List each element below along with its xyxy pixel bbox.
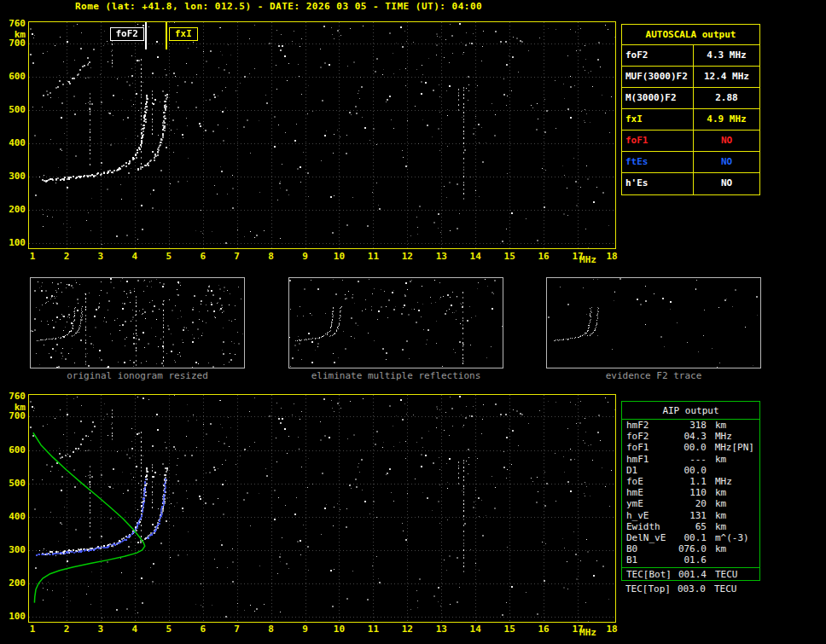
aip-parameter-value: 65 xyxy=(676,521,707,532)
thumbnail-f2-trace-canvas xyxy=(547,278,760,368)
aip-parameter-unit: km xyxy=(707,521,726,532)
aip-table-row: B101.6 xyxy=(622,554,759,566)
aip-parameter-unit: m^(-3) xyxy=(707,532,749,543)
y-tick-label: 500 xyxy=(2,105,26,115)
x-tick-label: 3 xyxy=(90,624,111,635)
aip-table-row: B0076.0km xyxy=(622,543,759,554)
aip-parameter-label: Ewidth xyxy=(626,521,676,532)
aip-parameter-value: 01.6 xyxy=(676,554,707,566)
aip-parameter-unit: MHz xyxy=(707,442,732,453)
y-tick-label: 100 xyxy=(2,612,26,622)
aip-parameter-unit: TECU xyxy=(706,583,737,595)
aip-table-row: TEC[Top]003.0TECU xyxy=(621,583,760,595)
x-tick-label: 2 xyxy=(56,252,77,262)
aip-parameter-unit: TECU xyxy=(707,569,738,578)
y-tick-label: 760 xyxy=(2,392,26,402)
aip-parameter-label: B0 xyxy=(626,543,676,554)
thumbnail-evidence-f2-trace xyxy=(546,277,761,368)
aip-table-row: h_vE131km xyxy=(622,510,759,521)
x-tick-label: 7 xyxy=(227,624,247,635)
thumbnail-caption-f2-trace: evidence F2 trace xyxy=(546,370,761,381)
autoscala-table-row: ftEsNO xyxy=(622,152,759,173)
aip-parameter-label: hmF1 xyxy=(626,454,676,465)
autoscala-parameter-label: foF1 xyxy=(622,131,694,151)
aip-parameter-value: 04.3 xyxy=(676,431,707,442)
x-tick-label: 10 xyxy=(329,624,349,635)
aip-parameter-label: hmF2 xyxy=(626,420,676,431)
aip-parameter-unit: MHz xyxy=(707,431,732,442)
aip-output-table: AIP output hmF2318kmfoF204.3MHzfoF100.0M… xyxy=(621,401,760,581)
aip-table-title: AIP output xyxy=(622,402,759,420)
aip-table-row: DelN_vE00.1m^(-3) xyxy=(622,532,759,543)
x-tick-label: 6 xyxy=(193,624,213,635)
autoscala-parameter-value: NO xyxy=(694,173,759,194)
reconstructed-ionogram-yaxis: 760700600500400300200100km xyxy=(2,394,26,626)
autoscala-table-row: MUF(3000)F212.4 MHz xyxy=(622,67,759,88)
x-tick-label: 18 xyxy=(602,252,622,262)
aip-table-row: foE1.1MHz xyxy=(622,476,759,487)
thumbnail-eliminate-canvas xyxy=(289,278,503,368)
aip-parameter-unit: MHz xyxy=(707,476,732,487)
x-tick-label: 13 xyxy=(431,252,451,262)
autoscala-table-row: h'EsNO xyxy=(622,173,759,194)
aip-parameter-value: 318 xyxy=(676,420,707,431)
aip-parameter-label: h_vE xyxy=(626,510,676,521)
autoscala-parameter-value: NO xyxy=(694,131,759,151)
fxi-marker-line xyxy=(166,22,167,49)
y-tick-label: 600 xyxy=(2,72,26,82)
aip-parameter-label: ymE xyxy=(626,498,676,509)
y-axis-unit-label: km xyxy=(2,403,26,413)
aip-parameter-value: 00.0 xyxy=(676,465,707,476)
autoscala-parameter-label: h'Es xyxy=(622,173,694,194)
autoscala-parameter-label: ftEs xyxy=(622,152,694,172)
reconstructed-ionogram-xaxis: 123456789101112131415161718MHz xyxy=(28,624,634,639)
x-tick-label: 11 xyxy=(363,252,383,262)
aip-parameter-label: DelN_vE xyxy=(626,532,676,543)
y-tick-label: 500 xyxy=(2,479,26,489)
aip-parameter-label: B1 xyxy=(626,554,676,566)
x-tick-label: 11 xyxy=(363,624,383,635)
autoscala-parameter-label: foF2 xyxy=(622,45,694,66)
autoscala-window: Rome (lat: +41.8, lon: 012.5) - DATE: 20… xyxy=(0,0,826,644)
thumbnail-caption-original: original ionogram resized xyxy=(30,370,245,381)
aip-tec-top-row-container: TEC[Top]003.0TECU xyxy=(621,583,760,595)
fof2-marker-line xyxy=(145,22,147,49)
aip-parameter-unit xyxy=(707,465,715,476)
x-tick-label: 4 xyxy=(125,252,145,262)
x-tick-label: 5 xyxy=(159,624,179,635)
x-tick-label: 8 xyxy=(261,624,282,635)
x-tick-label: 1 xyxy=(22,252,43,262)
aip-table-row: Ewidth65km xyxy=(622,521,759,532)
x-tick-label: 13 xyxy=(431,624,451,635)
x-axis-unit-label: MHz xyxy=(579,255,596,265)
x-tick-label: 16 xyxy=(533,252,554,262)
reconstructed-ionogram-plot xyxy=(28,394,616,623)
aip-parameter-value: 001.4 xyxy=(676,569,707,578)
y-tick-label: 200 xyxy=(2,578,26,589)
aip-parameter-label: foE xyxy=(626,476,676,487)
aip-parameter-unit: km xyxy=(707,454,726,465)
autoscala-output-table: AUTOSCALA output foF24.3 MHzMUF(3000)F21… xyxy=(621,24,760,195)
x-tick-label: 14 xyxy=(465,252,486,262)
aip-parameter-unit: km xyxy=(707,487,726,498)
scaled-ionogram-canvas xyxy=(29,22,615,248)
aip-parameter-label: TEC[Bot] xyxy=(626,569,676,578)
y-axis-unit-label: km xyxy=(2,30,26,40)
aip-parameter-unit: km xyxy=(707,510,726,521)
x-tick-label: 5 xyxy=(159,252,179,262)
aip-table-row: foF100.0MHz[PN] xyxy=(622,442,759,453)
reconstructed-ionogram-canvas xyxy=(29,395,615,622)
x-tick-label: 4 xyxy=(125,624,145,635)
aip-parameter-value: 003.0 xyxy=(675,583,706,595)
x-tick-label: 8 xyxy=(261,252,282,262)
scaled-ionogram-plot: foF2fxI xyxy=(28,21,616,249)
fxi-marker-label: fxI xyxy=(169,27,198,41)
x-tick-label: 7 xyxy=(227,252,247,262)
autoscala-parameter-value: 4.9 MHz xyxy=(694,109,759,130)
y-tick-label: 700 xyxy=(2,411,26,421)
autoscala-table-row: foF24.3 MHz xyxy=(622,45,759,67)
y-tick-label: 700 xyxy=(2,38,26,49)
thumbnail-eliminate-reflections xyxy=(288,277,503,368)
autoscala-table-body: foF24.3 MHzMUF(3000)F212.4 MHzM(3000)F22… xyxy=(622,45,759,194)
x-tick-label: 14 xyxy=(465,624,486,635)
